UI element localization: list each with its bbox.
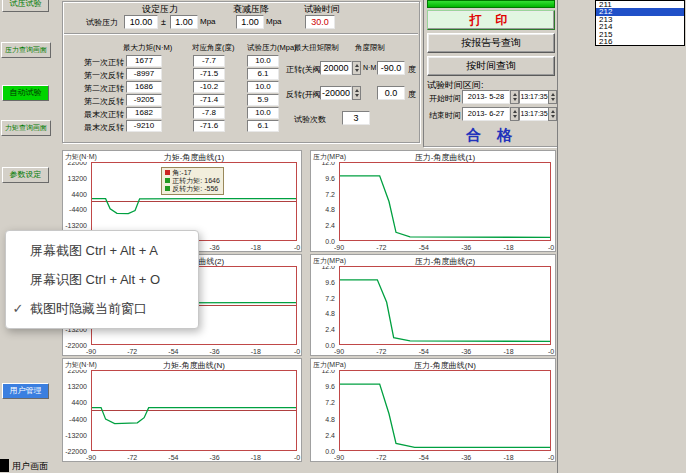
pressure-angle-chart-2: 压力-角度曲线(2)压力(MPa)12.09.67.24.82.40.0-90-…: [310, 254, 556, 356]
x-tick-label: -18: [504, 244, 514, 251]
chart-x-ticks: -90-72-54-36-18-0: [339, 345, 551, 355]
sidebar-item-pressure-query[interactable]: 压力查询画面: [1, 42, 51, 58]
result-angle-value: -71.4: [193, 94, 225, 106]
vertical-divider-right: [557, 0, 558, 473]
start-date-input[interactable]: 2013- 5-28: [462, 90, 510, 104]
tolerance-input[interactable]: 1.00: [170, 15, 198, 29]
reverse-open-label: 反转(开阀): [286, 89, 323, 100]
start-date-spinner[interactable]: [510, 90, 519, 104]
y-tick-label: 13200: [68, 383, 87, 390]
end-time-spinner[interactable]: [548, 107, 557, 121]
y-tick-label: -22000: [65, 448, 87, 455]
forward-torque-spinner[interactable]: [352, 61, 361, 75]
test-count-input[interactable]: 3: [342, 111, 370, 125]
result-row-label: 第一次反转: [78, 70, 124, 81]
y-tick-label: 4.8: [325, 206, 335, 213]
green-indicator-bar: [427, 0, 555, 8]
y-tick-label: 2.4: [325, 431, 335, 438]
reverse-torque-spinner[interactable]: [352, 86, 361, 100]
sidebar-item-auto-test[interactable]: 自动试验: [2, 85, 49, 101]
y-tick-label: -4400: [69, 415, 87, 422]
test-time-input[interactable]: 30.0: [305, 15, 335, 29]
context-menu-item-label: 屏幕截图 Ctrl + Alt + A: [30, 236, 198, 265]
report-list-item[interactable]: 216: [596, 38, 684, 45]
sidebar-item-pressure-test[interactable]: 试压试验: [2, 0, 49, 12]
result-pressure-value: 6.1: [247, 68, 279, 80]
test-pressure-label: 试验压力: [86, 17, 118, 28]
legend-swatch: [165, 178, 170, 183]
x-tick-label: -90: [334, 454, 344, 461]
result-angle-value: -10.2: [193, 81, 225, 93]
result-torque-value: 1682: [126, 107, 162, 119]
result-torque-value: -9210: [126, 120, 162, 132]
start-time-input[interactable]: 13:17:35: [519, 90, 549, 104]
query-panel-divider: [424, 146, 557, 147]
print-button[interactable]: 打 印: [427, 10, 555, 30]
reverse-angle-input[interactable]: 0.0: [377, 86, 405, 100]
start-time-label: 开始时间: [429, 93, 461, 104]
chart-plot-area: [339, 162, 551, 241]
forward-torque-unit: N·M: [363, 64, 376, 71]
black-indicator: [0, 459, 9, 472]
legend-text: 正转力矩: 1646: [172, 177, 219, 185]
end-date-spinner[interactable]: [510, 107, 519, 121]
x-tick-label: -18: [504, 348, 514, 355]
x-tick-label: -36: [461, 244, 471, 251]
x-tick-label: -72: [127, 348, 137, 355]
check-placeholder: [6, 265, 30, 294]
pressure-angle-chart-1: 压力-角度曲线(1)压力(MPa)12.09.67.24.82.40.0-90-…: [310, 150, 556, 252]
chart-y-axis-label: 压力(MPa): [313, 256, 346, 266]
decay-pressure-input[interactable]: 1.00: [236, 15, 264, 29]
chart-plot-area: [339, 266, 551, 345]
context-menu-item[interactable]: 屏幕识图 Ctrl + Alt + O: [6, 265, 198, 294]
y-tick-label: 4.8: [325, 310, 335, 317]
result-pressure-value: 10.0: [247, 81, 279, 93]
result-angle-value: -7.7: [193, 55, 225, 67]
x-tick-label: -0: [294, 348, 300, 355]
y-tick-label: 9.6: [325, 383, 335, 390]
x-tick-label: -72: [376, 348, 386, 355]
x-tick-label: -36: [461, 454, 471, 461]
end-time-label: 结束时间: [429, 110, 461, 121]
sidebar-item-user-screen[interactable]: 用户画面: [12, 460, 48, 473]
result-row-label: 最末次正转: [78, 109, 124, 120]
test-pressure-input[interactable]: 10.00: [124, 15, 158, 29]
legend-swatch: [165, 170, 170, 175]
sidebar-item-torque-query[interactable]: 力矩查询画面: [1, 120, 51, 136]
forward-close-label: 正转(关阀): [286, 64, 323, 75]
x-tick-label: -0: [548, 244, 554, 251]
col-header-angle: 对应角度(度): [192, 43, 235, 53]
y-tick-label: 4400: [71, 190, 87, 197]
report-listbox[interactable]: 211212213214215216: [595, 0, 685, 46]
x-tick-label: -0: [548, 348, 554, 355]
context-menu-item-label: 屏幕识图 Ctrl + Alt + O: [30, 265, 198, 294]
x-tick-label: -54: [168, 348, 178, 355]
query-by-time-button[interactable]: 按时间查询: [427, 56, 555, 76]
result-row-label: 最末次反转: [78, 122, 124, 133]
context-menu-item[interactable]: ✓截图时隐藏当前窗口: [6, 294, 198, 323]
start-time-spinner[interactable]: [548, 90, 557, 104]
result-row-label: 第一次正转: [78, 57, 124, 68]
plus-minus-label: ±: [161, 17, 166, 27]
x-tick-label: -90: [86, 348, 96, 355]
query-by-report-button[interactable]: 按报告号查询: [427, 33, 555, 53]
x-tick-label: -18: [504, 454, 514, 461]
vertical-divider-left: [423, 0, 424, 147]
x-tick-label: -54: [419, 454, 429, 461]
legend-row: 反转力矩: -556: [165, 185, 219, 193]
angle-limit-header: 角度限制: [355, 43, 385, 53]
y-tick-label: -22000: [65, 342, 87, 349]
result-row-label: 第二次正转: [78, 83, 124, 94]
settings-divider: [64, 33, 418, 34]
context-menu-item-label: 截图时隐藏当前窗口: [30, 294, 198, 323]
end-time-input[interactable]: 13:17:35: [519, 107, 549, 121]
forward-angle-input[interactable]: -90.0: [377, 61, 405, 75]
reverse-torque-input[interactable]: -20000: [320, 86, 352, 100]
x-tick-label: -72: [376, 454, 386, 461]
end-date-input[interactable]: 2013- 6-27: [462, 107, 510, 121]
forward-torque-input[interactable]: 20000: [320, 61, 352, 75]
sidebar-item-parameter-setting[interactable]: 参数设定: [2, 167, 49, 183]
result-torque-value: 1686: [126, 81, 162, 93]
context-menu-item[interactable]: 屏幕截图 Ctrl + Alt + A: [6, 236, 198, 265]
sidebar-item-user-management[interactable]: 用户管理: [2, 383, 49, 399]
